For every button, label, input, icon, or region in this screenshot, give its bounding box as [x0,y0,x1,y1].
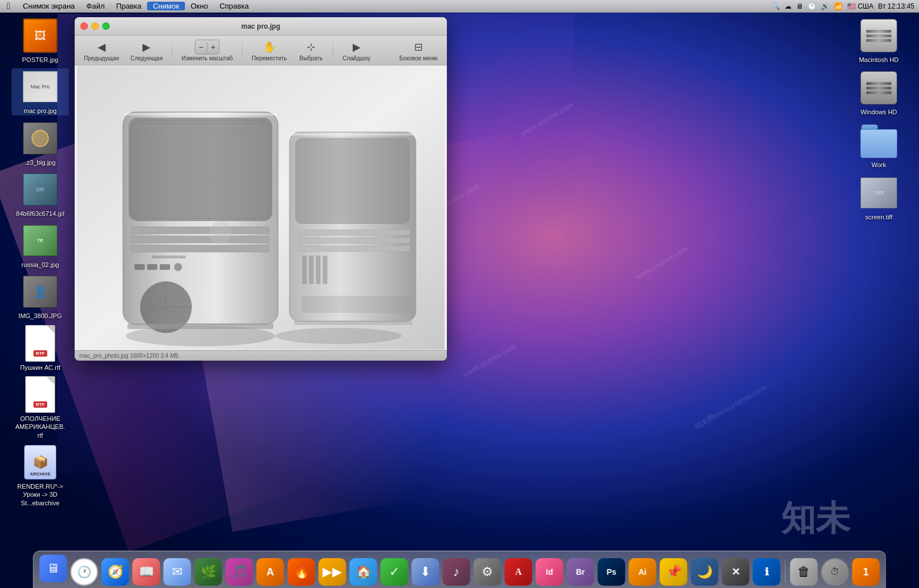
window-titlebar: mac pro.jpg [75,17,447,36]
dock-photoshop[interactable]: Ps [597,557,627,588]
icon-pushkin-rtf[interactable]: RTF Пушкин АС.rtf [11,325,69,372]
window-title: mac pro.jpg [241,22,280,30]
icon-macintosh-hd[interactable]: Macintosh HD [850,17,908,64]
icon-gif-label: 84b6f63c6714.gif [16,210,64,218]
mac-pro-image [77,66,445,350]
window-close-button[interactable] [80,22,88,30]
icon-screen-tiff[interactable]: TIFF screen.tiff [850,175,908,221]
menu-window[interactable]: Окно [185,2,214,10]
display-icon: 🖥 [796,2,803,10]
toolbar-move-button[interactable]: ✋ Переместить [247,38,291,63]
dock-sticky[interactable]: 📌 [659,557,689,588]
dock-preview[interactable]: ▶▶ [318,557,347,588]
scale-minus[interactable]: − [195,40,207,54]
icon-img3800-jpg-label: IMG_3800.JPG [18,312,62,320]
menu-help[interactable]: Справка [214,2,254,10]
window-controls [80,22,110,30]
window-minimize-button[interactable] [91,22,99,30]
dock-indesign[interactable]: Id [535,557,565,588]
menu-file[interactable]: Файл [80,2,110,10]
wifi-icon: ☁ [785,2,791,10]
dock-settings[interactable]: ⚙ [473,557,503,588]
icon-macpro-jpg[interactable]: Mac Pro mac pro.jpg [11,68,69,115]
dock-firefox[interactable]: 🔥 [287,557,316,588]
dock-illustrator[interactable]: Ai [628,557,658,588]
icon-windows-hd[interactable]: Windows HD [850,69,908,116]
dock-sleep[interactable]: 🌙 [690,557,720,588]
icon-work-folder[interactable]: Work [850,122,908,169]
toolbar-next-button[interactable]: ▶ Следующая [126,38,167,63]
desktop-icons-right: Macintosh HD Windows HD Work [850,17,908,221]
svg-point-2 [275,328,401,344]
dock-green-app[interactable]: ✓ [380,557,410,588]
icon-work-folder-label: Work [871,161,886,169]
dock-appstore[interactable]: A [256,557,285,588]
svg-rect-73 [132,227,269,234]
icon-russia-jpg[interactable]: 🗺 russia_02.jpg [11,222,69,269]
dock: 🖥 🕐 🧭 📖 ✉ 🌿 🎵 A 🔥 [33,551,886,588]
dock-clock-badge[interactable]: ⏱ [820,557,850,588]
svg-rect-78 [147,264,157,270]
window-content [75,65,447,350]
icon-render-archive[interactable]: 📦 ARCHIVE RENDER.RU*-> Уроки -> 3D St...… [11,444,69,507]
scale-plus[interactable]: + [207,40,219,54]
volume-icon[interactable]: 🔊 [821,2,829,10]
bluetooth-icon: 📶 [834,2,843,10]
menubar-right: 🔍 ☁ 🖥 🕐 🔊 📶 🇺🇸 США Вт 12:13:45 [771,2,919,10]
svg-rect-75 [132,245,269,252]
icon-opolchenie-rtf[interactable]: RTF ОПОЛЧЕНИЕ АМЕРИКАНЦЕВ.rtf [11,376,69,439]
icon-gif[interactable]: GIF 84b6f63c6714.gif [11,171,69,218]
desktop-icons-left: 🖼 POSTER.jpg Mac Pro mac pro.jpg .z3_big… [11,17,69,507]
spotlight-icon[interactable]: 🔍 [771,2,780,10]
dock-number-badge[interactable]: 1 [851,557,881,588]
icon-macpro-jpg-label: mac pro.jpg [24,107,56,115]
svg-rect-72 [129,118,272,221]
select-label: Выбрать [299,55,322,61]
desktop: www.znzmo.com 知末网www.znzmo.com www.znzmo… [0,0,919,588]
dock-trash[interactable]: 🗑 [789,557,819,588]
icon-poster-jpg-label: POSTER.jpg [22,56,59,64]
apple-menu[interactable]:  [0,1,17,11]
dock-home[interactable]: 🏠 [349,557,379,588]
dock-safari[interactable]: 🧭 [101,557,130,588]
svg-rect-100 [124,113,277,115]
toolbar-prev-button[interactable]: ◀ Предыдущая [79,38,123,63]
svg-rect-74 [132,236,269,243]
dock-info[interactable]: ℹ [752,557,782,588]
dock-x-app[interactable]: ✕ [721,557,751,588]
icon-russia-jpg-label: russia_02.jpg [21,261,59,269]
svg-rect-76 [152,256,186,258]
icon-poster-jpg[interactable]: 🖼 POSTER.jpg [11,17,69,64]
menubar:  Снимок экрана Файл Правка Снимок Окно … [0,0,919,13]
scale-label: Изменить масштаб [182,55,233,61]
statusbar-text: mac_pro_photo.jpg 1600×1200 3.4 МБ [79,353,179,359]
icon-windows-hd-label: Windows HD [860,108,897,116]
icon-z3-jpg-label: .z3_big.jpg [25,158,55,167]
dock-acrobat[interactable]: A [504,557,534,588]
dock-iphoto[interactable]: 🌿 [194,557,223,588]
toolbar-sidebar-button[interactable]: ⊟ Боковое меню [395,38,442,63]
svg-rect-79 [160,264,170,270]
toolbar-scale-button[interactable]: − + Изменить масштаб [177,38,237,63]
move-label: Переместить [252,55,287,61]
dock-itunes[interactable]: 🎵 [225,557,254,588]
icon-img3800-jpg[interactable]: 👤 IMG_3800.JPG [11,273,69,320]
toolbar-slideshow-button[interactable]: ▶ Слайдшоу [338,38,375,63]
toolbar-select-button[interactable]: ⊹ Выбрать [294,38,328,63]
menu-snimok[interactable]: Снимок [147,2,185,10]
dock-music[interactable]: ♪ [442,557,472,588]
dock-download[interactable]: ⬇ [411,557,441,588]
menu-screenshot[interactable]: Снимок экрана [17,2,81,10]
icon-z3-jpg[interactable]: .z3_big.jpg [11,120,69,167]
dock-mail[interactable]: ✉ [163,557,192,588]
dock-finder[interactable]: 🖥 [38,554,68,588]
svg-rect-94 [298,246,410,252]
icon-render-archive-label: RENDER.RU*-> Уроки -> 3D St...ebarchive [14,482,66,507]
select-icon: ⊹ [302,39,320,55]
menu-edit[interactable]: Правка [110,2,147,10]
dock-clock[interactable]: 🕐 [69,557,99,588]
window-maximize-button[interactable] [102,22,110,30]
svg-rect-97 [316,256,321,284]
dock-bridge[interactable]: Br [566,557,596,588]
dock-addressbook[interactable]: 📖 [132,557,161,588]
